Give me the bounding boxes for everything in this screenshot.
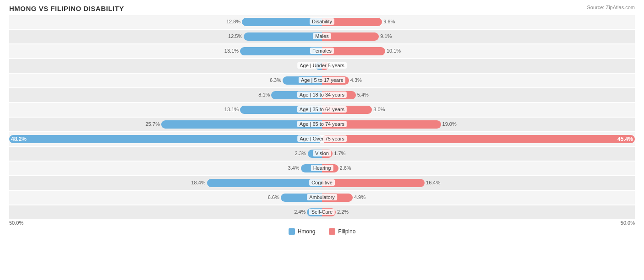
axis-labels: 50.0% 50.0% bbox=[9, 220, 635, 226]
value-left: 25.7% bbox=[146, 121, 160, 127]
value-left: 13.1% bbox=[224, 48, 239, 54]
row-label: Disability bbox=[310, 18, 334, 25]
value-right: 19.0% bbox=[442, 121, 457, 127]
value-right: 9.1% bbox=[380, 33, 392, 39]
chart-row: 13.1%10.1%Females bbox=[9, 44, 635, 58]
chart-row: 13.1%8.0%Age | 35 to 64 years bbox=[9, 103, 635, 117]
bar-left bbox=[9, 135, 322, 143]
value-left: 13.1% bbox=[224, 107, 239, 112]
chart-row: 12.8%9.6%Disability bbox=[9, 15, 635, 29]
source-label: Source: ZipAtlas.com bbox=[587, 5, 635, 10]
row-label: Cognitive bbox=[309, 179, 335, 186]
value-right: 4.9% bbox=[354, 194, 366, 200]
legend-hmong: Hmong bbox=[289, 228, 316, 235]
value-right: 10.1% bbox=[387, 48, 401, 54]
value-right: 4.3% bbox=[350, 77, 362, 83]
chart-row: 48.2%45.4%Age | Over 75 years bbox=[9, 132, 635, 146]
row-label: Vision bbox=[313, 150, 331, 156]
value-right: 2.2% bbox=[337, 209, 349, 215]
chart-row: 12.5%9.1%Males bbox=[9, 30, 635, 43]
row-label: Self-Care bbox=[309, 209, 335, 215]
bar-left bbox=[244, 32, 322, 41]
axis-right: 50.0% bbox=[621, 220, 635, 226]
chart-row: 6.3%4.3%Age | 5 to 17 years bbox=[9, 74, 635, 87]
value-right: 2.6% bbox=[340, 165, 351, 171]
chart-title: HMONG VS FILIPINO DISABILITY bbox=[9, 5, 635, 12]
row-label: Age | 65 to 74 years bbox=[297, 121, 347, 127]
chart-row: 1.1%1.1%Age | Under 5 years bbox=[9, 59, 635, 73]
value-right: 16.4% bbox=[426, 180, 440, 185]
value-left: 6.6% bbox=[268, 194, 279, 200]
row-label: Age | 35 to 64 years bbox=[297, 106, 347, 113]
axis-left: 50.0% bbox=[9, 220, 23, 226]
chart-row: 6.6%4.9%Ambulatory bbox=[9, 191, 635, 205]
value-left: 3.4% bbox=[288, 165, 299, 171]
bar-right bbox=[322, 135, 635, 143]
row-label: Age | Under 5 years bbox=[297, 62, 347, 69]
chart-container: HMONG VS FILIPINO DISABILITY Source: Zip… bbox=[0, 0, 644, 280]
value-right: 45.4% bbox=[617, 136, 633, 142]
row-label: Age | Over 75 years bbox=[297, 135, 347, 142]
value-left: 18.4% bbox=[191, 180, 205, 185]
legend: Hmong Filipino bbox=[9, 228, 635, 235]
chart-row: 2.4%2.2%Self-Care bbox=[9, 205, 635, 219]
row-label: Ambulatory bbox=[307, 194, 337, 200]
row-label: Males bbox=[313, 33, 331, 39]
chart-area: 12.8%9.6%Disability12.5%9.1%Males13.1%10… bbox=[9, 15, 635, 219]
chart-row: 8.1%5.4%Age | 18 to 34 years bbox=[9, 88, 635, 102]
value-right: 8.0% bbox=[373, 107, 385, 112]
hmong-label: Hmong bbox=[298, 228, 316, 235]
chart-row: 3.4%2.6%Hearing bbox=[9, 162, 635, 175]
row-label: Age | 5 to 17 years bbox=[299, 77, 345, 83]
value-left: 2.4% bbox=[294, 209, 306, 215]
value-right: 5.4% bbox=[357, 92, 369, 97]
chart-row: 25.7%19.0%Age | 65 to 74 years bbox=[9, 118, 635, 131]
value-left: 8.1% bbox=[258, 92, 270, 97]
row-label: Age | 18 to 34 years bbox=[297, 92, 347, 98]
value-left: 48.2% bbox=[11, 136, 27, 142]
value-left: 12.5% bbox=[228, 33, 242, 39]
legend-filipino: Filipino bbox=[329, 228, 355, 235]
chart-row: 18.4%16.4%Cognitive bbox=[9, 176, 635, 190]
hmong-color-box bbox=[289, 228, 295, 235]
row-label: Females bbox=[310, 48, 334, 54]
value-left: 12.8% bbox=[226, 19, 240, 24]
bar-right bbox=[322, 179, 425, 187]
filipino-color-box bbox=[329, 228, 335, 235]
bar-left bbox=[207, 179, 322, 187]
filipino-label: Filipino bbox=[338, 228, 355, 235]
row-label: Hearing bbox=[311, 165, 333, 171]
value-right: 9.6% bbox=[383, 19, 395, 24]
value-left: 2.3% bbox=[295, 151, 306, 156]
value-right: 1.7% bbox=[334, 151, 345, 156]
chart-row: 2.3%1.7%Vision bbox=[9, 147, 635, 161]
value-left: 6.3% bbox=[270, 77, 281, 83]
